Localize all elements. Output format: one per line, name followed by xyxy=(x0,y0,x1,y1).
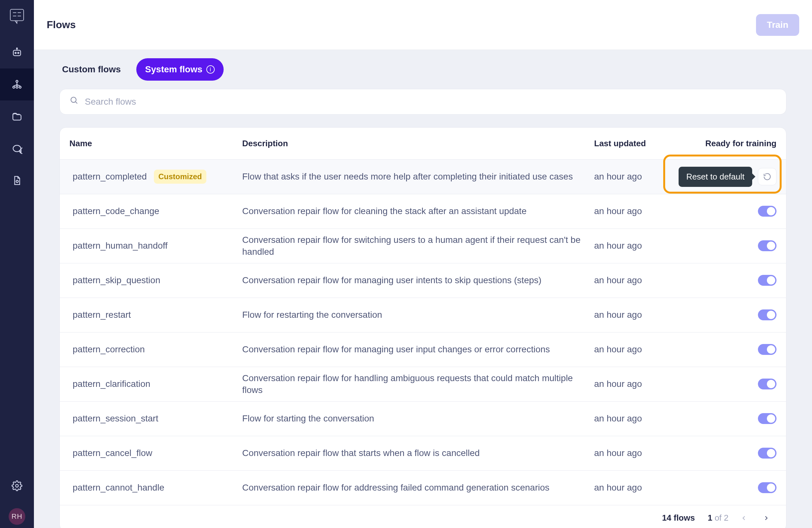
customized-badge: Customized xyxy=(154,170,206,184)
table-footer: 14 flows 1 of 2 xyxy=(60,505,786,528)
flow-count: 14 flows xyxy=(662,512,695,524)
reset-tooltip: Reset to default xyxy=(679,167,752,187)
tab-system-flows-label: System flows xyxy=(145,63,203,75)
col-ready: Ready for training xyxy=(677,138,777,149)
ready-toggle[interactable] xyxy=(758,206,777,217)
flow-name: pattern_skip_question xyxy=(73,274,160,286)
flow-name: pattern_human_handoff xyxy=(73,240,168,252)
ready-toggle[interactable] xyxy=(758,379,777,389)
flow-name: pattern_cancel_flow xyxy=(73,447,152,459)
flow-name: pattern_correction xyxy=(73,343,145,356)
col-updated: Last updated xyxy=(594,138,677,149)
pager: 1 of 2 xyxy=(708,511,773,525)
svg-point-12 xyxy=(16,86,18,88)
flow-description: Conversation repair flow for addressing … xyxy=(242,482,594,494)
next-page[interactable] xyxy=(759,511,773,525)
nav-assistant[interactable] xyxy=(0,37,34,69)
nav-files[interactable] xyxy=(0,100,34,132)
col-name: Name xyxy=(69,138,242,149)
flow-updated: an hour ago xyxy=(594,309,677,321)
flow-description: Conversation repair flow for switching u… xyxy=(242,234,594,258)
ready-toggle[interactable] xyxy=(758,482,777,493)
search-bar xyxy=(59,89,786,115)
nav-settings[interactable] xyxy=(12,470,23,502)
col-description: Description xyxy=(242,138,594,149)
reset-to-default-button[interactable] xyxy=(758,168,777,185)
table-row[interactable]: pattern_session_startFlow for starting t… xyxy=(60,402,786,436)
svg-point-11 xyxy=(13,86,15,88)
avatar[interactable]: RH xyxy=(9,508,25,525)
svg-line-18 xyxy=(75,102,77,104)
flow-updated: an hour ago xyxy=(594,482,677,494)
page-title: Flows xyxy=(47,18,76,32)
flow-name: pattern_restart xyxy=(73,309,131,321)
flow-name: pattern_code_change xyxy=(73,205,159,217)
flow-description: Conversation repair flow for managing us… xyxy=(242,343,594,356)
svg-point-17 xyxy=(71,97,76,102)
sidebar: RH xyxy=(0,0,34,528)
ready-toggle[interactable] xyxy=(758,310,777,320)
svg-point-6 xyxy=(15,53,16,54)
table-row[interactable]: pattern_cannot_handleConversation repair… xyxy=(60,471,786,505)
table-row[interactable]: pattern_correctionConversation repair fl… xyxy=(60,332,786,367)
nav-flows[interactable] xyxy=(0,69,34,100)
table-row[interactable]: pattern_skip_questionConversation repair… xyxy=(60,263,786,298)
ready-toggle[interactable] xyxy=(758,448,777,459)
flow-updated: an hour ago xyxy=(594,378,677,390)
table-header: Name Description Last updated Ready for … xyxy=(60,128,786,160)
search-icon xyxy=(69,96,78,108)
flow-name: pattern_cannot_handle xyxy=(73,482,164,494)
info-icon: i xyxy=(206,65,215,74)
ready-toggle[interactable] xyxy=(758,413,777,424)
nav-conversations[interactable] xyxy=(0,132,34,165)
flow-description: Flow for restarting the conversation xyxy=(242,309,594,321)
svg-rect-5 xyxy=(13,50,21,56)
topbar: Flows Train xyxy=(34,0,812,50)
ready-toggle[interactable] xyxy=(758,344,777,355)
flow-description: Conversation repair flow for handling am… xyxy=(242,372,594,397)
flow-description: Conversation repair flow for cleaning th… xyxy=(242,205,594,217)
svg-point-10 xyxy=(16,80,18,82)
search-input[interactable] xyxy=(84,96,777,107)
flow-updated: an hour ago xyxy=(594,274,677,286)
nav-documents[interactable] xyxy=(0,165,34,197)
ready-toggle[interactable] xyxy=(758,240,777,251)
prev-page[interactable] xyxy=(737,511,751,525)
flow-name: pattern_session_start xyxy=(73,413,158,425)
tabs: Custom flows System flows i xyxy=(47,58,799,81)
flow-updated: an hour ago xyxy=(594,343,677,356)
flow-description: Flow that asks if the user needs more he… xyxy=(242,171,594,183)
svg-point-13 xyxy=(19,86,21,88)
svg-point-14 xyxy=(13,145,21,152)
flow-updated: an hour ago xyxy=(594,205,677,217)
table-row[interactable]: pattern_completedCustomizedFlow that ask… xyxy=(60,160,786,194)
table-row[interactable]: pattern_cancel_flowConversation repair f… xyxy=(60,436,786,471)
table-row[interactable]: pattern_human_handoffConversation repair… xyxy=(60,229,786,263)
tab-system-flows[interactable]: System flows i xyxy=(136,58,223,81)
flow-name: pattern_clarification xyxy=(73,378,150,390)
logo-icon xyxy=(9,8,25,24)
ready-toggle[interactable] xyxy=(758,275,777,286)
table-row[interactable]: pattern_clarificationConversation repair… xyxy=(60,367,786,402)
flow-updated: an hour ago xyxy=(594,171,677,183)
table-row[interactable]: pattern_code_changeConversation repair f… xyxy=(60,194,786,229)
tab-custom-flows[interactable]: Custom flows xyxy=(53,58,130,81)
flow-updated: an hour ago xyxy=(594,413,677,425)
train-button[interactable]: Train xyxy=(756,14,799,36)
flow-description: Conversation repair flow that starts whe… xyxy=(242,447,594,459)
flow-updated: an hour ago xyxy=(594,240,677,252)
svg-point-7 xyxy=(18,53,19,54)
flow-name: pattern_completed xyxy=(73,171,147,183)
svg-rect-0 xyxy=(10,9,24,20)
flow-updated: an hour ago xyxy=(594,447,677,459)
flow-description: Flow for starting the conversation xyxy=(242,413,594,425)
flows-table: Name Description Last updated Ready for … xyxy=(59,127,786,528)
flow-description: Conversation repair flow for managing us… xyxy=(242,274,594,286)
table-row[interactable]: pattern_restartFlow for restarting the c… xyxy=(60,298,786,332)
page-indicator: 1 of 2 xyxy=(708,512,728,524)
side-navigation xyxy=(0,37,34,197)
main-content: Flows Train Custom flows System flows i … xyxy=(34,0,812,528)
